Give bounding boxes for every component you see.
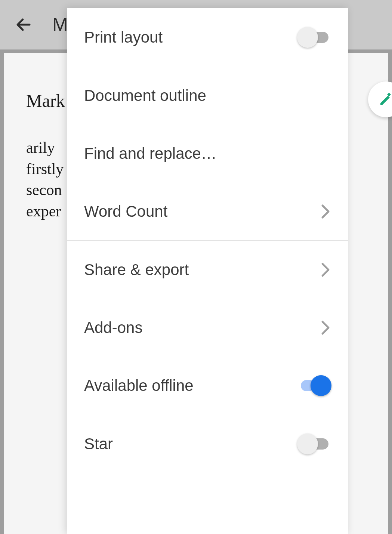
- menu-label: Available offline: [84, 377, 194, 395]
- chevron-right-icon: [320, 264, 331, 276]
- chevron-right-icon: [320, 322, 331, 334]
- menu-label: Document outline: [84, 87, 206, 105]
- menu-label: Add-ons: [84, 319, 142, 337]
- menu-star[interactable]: Star: [67, 415, 348, 473]
- menu-label: Star: [84, 435, 113, 453]
- menu-label: Print layout: [84, 28, 163, 46]
- menu-add-ons[interactable]: Add-ons: [67, 299, 348, 356]
- menu-print-layout[interactable]: Print layout: [67, 8, 348, 67]
- print-layout-toggle[interactable]: [297, 27, 331, 48]
- available-offline-toggle[interactable]: [297, 375, 331, 396]
- menu-word-count[interactable]: Word Count: [67, 182, 348, 240]
- menu-label: Find and replace…: [84, 145, 217, 163]
- menu-available-offline[interactable]: Available offline: [67, 356, 348, 415]
- back-icon[interactable]: [15, 15, 34, 34]
- menu-label: Word Count: [84, 203, 167, 220]
- star-toggle[interactable]: [297, 433, 331, 454]
- overflow-menu: Print layout Document outline Find and r…: [67, 8, 348, 534]
- chevron-right-icon: [320, 206, 331, 217]
- app-title: M: [52, 14, 68, 36]
- menu-label: Share & export: [84, 261, 189, 279]
- menu-find-replace[interactable]: Find and replace…: [67, 124, 348, 182]
- menu-share-export[interactable]: Share & export: [67, 241, 348, 299]
- menu-document-outline[interactable]: Document outline: [67, 67, 348, 124]
